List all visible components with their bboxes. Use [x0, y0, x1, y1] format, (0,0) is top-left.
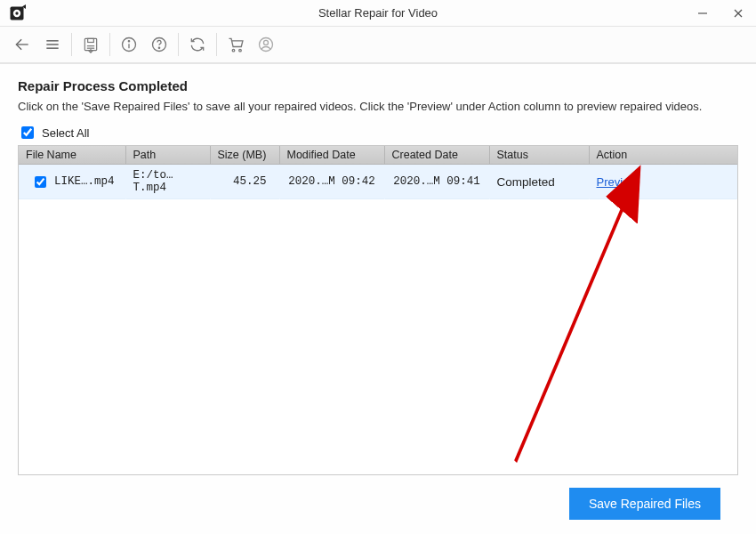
table-row[interactable]: LIKE….mp4 E:/to…T.mp4 45.25 2020.…M 09:4… [19, 165, 737, 199]
preview-link[interactable]: Preview [597, 175, 638, 189]
table-header-row: File Name Path Size (MB) Modified Date C… [19, 146, 737, 165]
titlebar: Stellar Repair for Video [0, 0, 756, 27]
window-controls [685, 0, 756, 27]
svg-rect-12 [88, 38, 94, 42]
cart-button[interactable] [221, 29, 251, 60]
refresh-button[interactable] [182, 29, 213, 60]
app-icon [7, 4, 27, 23]
svg-point-2 [15, 12, 18, 14]
save-repaired-files-button[interactable]: Save Repaired Files [569, 488, 720, 520]
svg-line-25 [516, 199, 627, 462]
app-window: Stellar Repair for Video [0, 0, 756, 534]
select-all-checkbox[interactable] [21, 126, 34, 139]
select-all-row[interactable]: Select All [18, 124, 738, 142]
toolbar-divider [71, 33, 72, 56]
col-header-created[interactable]: Created Date [384, 146, 489, 165]
cell-status: Completed [489, 165, 589, 199]
toolbar [0, 27, 756, 64]
col-header-path[interactable]: Path [125, 146, 210, 165]
col-header-size[interactable]: Size (MB) [210, 146, 279, 165]
row-checkbox[interactable] [35, 176, 46, 188]
toolbar-divider [216, 33, 217, 56]
svg-point-17 [128, 41, 129, 42]
main-panel: Repair Process Completed Click on the 'S… [0, 64, 756, 534]
user-button[interactable] [251, 29, 281, 60]
svg-point-23 [264, 40, 269, 44]
select-all-label: Select All [42, 126, 89, 140]
cell-path: E:/to…T.mp4 [125, 165, 210, 199]
cell-size: 45.25 [210, 165, 279, 199]
results-table-wrap: File Name Path Size (MB) Modified Date C… [18, 145, 738, 475]
svg-point-21 [239, 49, 242, 51]
page-heading: Repair Process Completed [18, 78, 738, 93]
svg-point-19 [158, 47, 159, 48]
cell-modified: 2020.…M 09:42 [279, 165, 384, 199]
cell-filename: LIKE….mp4 [54, 175, 115, 188]
menu-button[interactable] [37, 29, 68, 60]
page-description: Click on the 'Save Repaired Files' to sa… [18, 99, 738, 115]
svg-point-20 [232, 49, 235, 51]
save-disk-button[interactable] [76, 29, 106, 60]
col-header-action[interactable]: Action [589, 146, 737, 165]
close-button[interactable] [720, 0, 756, 27]
minimize-button[interactable] [685, 0, 720, 27]
info-button[interactable] [114, 29, 144, 60]
results-table: File Name Path Size (MB) Modified Date C… [19, 146, 737, 199]
col-header-status[interactable]: Status [489, 146, 589, 165]
toolbar-divider [178, 33, 179, 56]
window-title: Stellar Repair for Video [0, 6, 756, 20]
cell-created: 2020.…M 09:41 [384, 165, 489, 199]
help-button[interactable] [144, 29, 174, 60]
col-header-modified[interactable]: Modified Date [279, 146, 384, 165]
toolbar-divider [109, 33, 110, 56]
back-button[interactable] [7, 29, 37, 60]
col-header-filename[interactable]: File Name [19, 146, 125, 165]
footer: Save Repaired Files [18, 475, 738, 534]
